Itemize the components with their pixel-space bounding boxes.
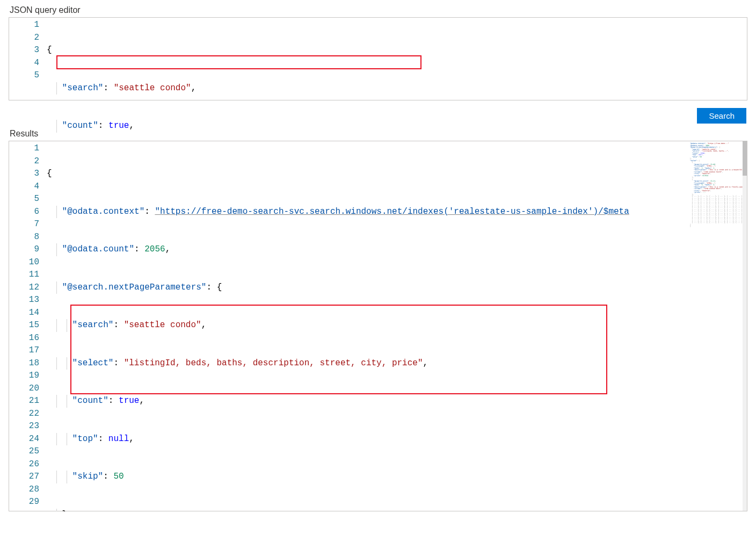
query-editor-label: JSON query editor	[10, 5, 747, 15]
results-gutter: 123 456 789 101112 131415 161718 192021 …	[9, 142, 47, 511]
results-highlight-box	[70, 305, 607, 394]
results-scrollbar-thumb[interactable]	[743, 141, 747, 176]
results-editor[interactable]: 123 456 789 101112 131415 161718 192021 …	[9, 141, 747, 511]
query-editor[interactable]: 1 2 3 4 5 { "search": "seattle condo", "…	[9, 17, 747, 100]
query-highlight-box	[56, 55, 421, 69]
minimap[interactable]: "@odata.context": "https://free-demo..."…	[689, 142, 743, 502]
results-scrollbar[interactable]	[743, 141, 747, 511]
results-code[interactable]: { "@odata.context": "https://free-demo-s…	[47, 142, 747, 511]
